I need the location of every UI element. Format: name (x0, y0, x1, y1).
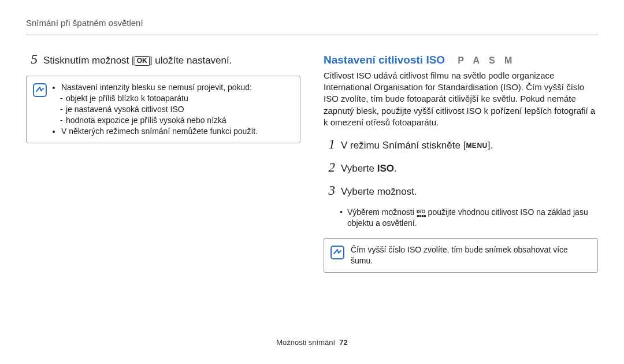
left-column: 5 Stisknutím možnost [OK] uložíte nastav… (26, 53, 300, 279)
note-sub: hodnota expozice je příliš vysoká nebo n… (67, 115, 294, 126)
step-1: 1 V režimu Snímání stiskněte [MENU]. (324, 138, 598, 153)
note-bullet: V některých režimech snímání nemůžete fu… (61, 126, 294, 137)
mode-letters: P A S M (458, 55, 515, 65)
step-3: 3 Vyberte možnost. (324, 184, 598, 199)
info-note-box: Nastavení intenzity blesku se nemusí pro… (26, 76, 300, 143)
info-icon (330, 244, 345, 266)
note-sub: je nastavená vysoká citlivost ISO (67, 104, 294, 115)
page-header: Snímání při špatném osvětlení (26, 17, 598, 35)
note-sub: objekt je příliš blízko k fotoaparátu (67, 93, 294, 104)
menu-icon: MENU (466, 141, 487, 150)
iso-auto-icon: ISO▮▮▮▮ (417, 209, 426, 217)
right-column: Nastavení citlivosti ISO P A S M Citlivo… (324, 53, 598, 279)
iso-paragraph: Citlivost ISO udává citlivost filmu na s… (324, 70, 598, 128)
footer-text: Možnosti snímání (276, 338, 335, 347)
section-heading: Nastavení citlivosti ISO (324, 54, 445, 66)
note-body: Nastavení intenzity blesku se nemusí pro… (53, 82, 294, 136)
step-text: Stisknutím možnost [OK] uložíte nastaven… (43, 54, 300, 68)
section-heading-row: Nastavení citlivosti ISO P A S M (324, 53, 598, 68)
note-body: Čím vyšší číslo ISO zvolíte, tím bude sn… (351, 244, 592, 266)
info-icon (32, 82, 47, 136)
step-2: 2 Vyberte ISO. (324, 161, 598, 176)
page-number: 72 (339, 338, 347, 347)
step-number: 3 (324, 184, 335, 197)
step-text: Vyberte ISO. (341, 162, 598, 176)
header-title: Snímání při špatném osvětlení (26, 18, 143, 28)
sub-text: Výběrem možnosti ISO▮▮▮▮ použijte vhodno… (347, 207, 598, 229)
step-text: V režimu Snímání stiskněte [MENU]. (341, 139, 598, 153)
svg-rect-1 (331, 246, 344, 259)
step-3-sub: • Výběrem možnosti ISO▮▮▮▮ použijte vhod… (340, 207, 598, 229)
step-number: 1 (324, 138, 335, 151)
ok-icon: OK (135, 56, 150, 65)
svg-rect-0 (34, 84, 46, 96)
step-number: 5 (26, 53, 38, 66)
info-note-box: Čím vyšší číslo ISO zvolíte, tím bude sn… (324, 238, 598, 273)
step-5: 5 Stisknutím možnost [OK] uložíte nastav… (26, 53, 300, 68)
page-footer: Možnosti snímání 72 (0, 337, 624, 348)
step-text: Vyberte možnost. (341, 185, 598, 199)
note-bullet: Nastavení intenzity blesku se nemusí pro… (61, 82, 294, 126)
step-number: 2 (324, 161, 335, 174)
bullet-dot: • (340, 207, 343, 217)
